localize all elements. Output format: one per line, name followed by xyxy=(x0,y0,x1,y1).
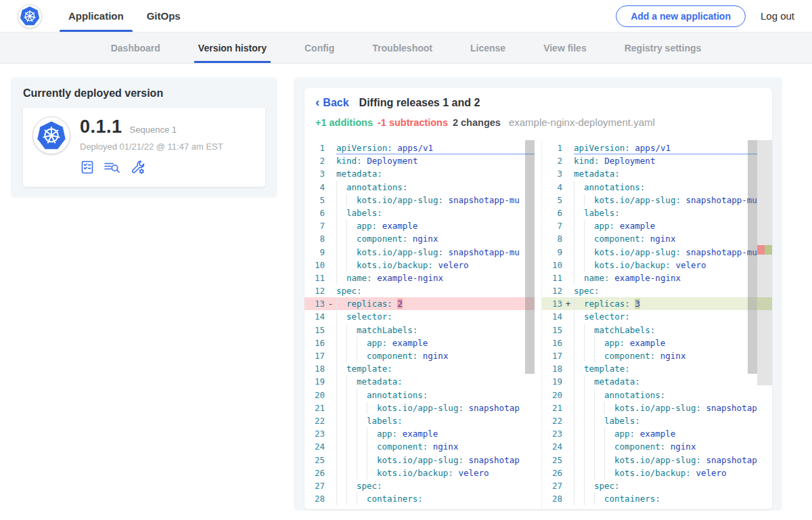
top-navbar: ApplicationGitOps Add a new application … xyxy=(0,0,812,32)
currently-deployed-card: Currently deployed version 0.1.1 xyxy=(11,77,277,198)
diff-line: 1apiVersion: apps/v1 xyxy=(304,142,535,154)
ruler-deletion-mark xyxy=(757,245,765,255)
diff-line: 26kots.io/backup: velero xyxy=(304,467,535,479)
back-button[interactable]: ‹ Back xyxy=(315,97,349,109)
logout-button[interactable]: Log out xyxy=(761,10,794,22)
diff-line: 24component: nginx xyxy=(304,440,535,453)
diff-line: 14selector: xyxy=(542,310,772,323)
diff-line: 3metadata: xyxy=(304,167,535,180)
kubernetes-icon xyxy=(20,6,40,26)
diff-line: 23app: example xyxy=(542,427,772,440)
diff-line: 7app: example xyxy=(542,219,772,232)
diff-line: 25kots.io/app-slug: snapshotap xyxy=(542,454,772,467)
diff-pane-old[interactable]: 1apiVersion: apps/v12kind: Deployment3me… xyxy=(304,140,535,509)
diff-filename: example-nginx-deployment.yaml xyxy=(509,116,655,128)
diff-line: 18template: xyxy=(304,362,535,375)
subnav-item-registry-settings[interactable]: Registry settings xyxy=(625,32,702,63)
diff-line: 22labels: xyxy=(542,414,772,427)
diff-line: 21kots.io/app-slug: snapshotap xyxy=(542,402,772,414)
diff-line: 7app: example xyxy=(304,219,535,232)
diff-line: 16app: example xyxy=(304,337,535,349)
additions-count: +1 additions xyxy=(315,117,373,128)
subnav-item-dashboard[interactable]: Dashboard xyxy=(111,32,160,63)
diff-line: 21kots.io/app-slug: snapshotap xyxy=(304,402,535,414)
diff-line: 23app: example xyxy=(304,427,535,440)
app-subnav: DashboardVersion historyConfigTroublesho… xyxy=(0,32,812,64)
diff-line: 19metadata: xyxy=(304,375,535,388)
diff-line: 13+replicas: 3 xyxy=(542,297,772,310)
diff-line: 2kind: Deployment xyxy=(542,154,772,167)
diff-line: 5kots.io/app-slug: snapshotapp-mu xyxy=(542,194,772,207)
diff-line: 4annotations: xyxy=(304,181,535,194)
sequence-label: Sequence 1 xyxy=(130,125,177,135)
diff-line: 15matchLabels: xyxy=(304,324,535,337)
diff-line: 20annotations: xyxy=(304,389,535,402)
deployed-card-title: Currently deployed version xyxy=(23,87,265,100)
deployed-timestamp: Deployed 01/21/22 @ 11:47 am EST xyxy=(80,142,223,152)
diff-card: ‹ Back Diffing releases 1 and 2 +1 addit… xyxy=(294,77,782,511)
add-application-button[interactable]: Add a new application xyxy=(616,5,746,27)
version-action-icons xyxy=(80,159,223,178)
diff-line: 14selector: xyxy=(304,310,535,323)
diff-line: 24component: nginx xyxy=(542,440,772,453)
diff-line: 2kind: Deployment xyxy=(304,154,535,167)
diff-line: 17component: nginx xyxy=(542,349,772,362)
top-tabs: ApplicationGitOps xyxy=(57,0,192,32)
scrollbar-thumb[interactable] xyxy=(748,140,757,374)
diff-line: 27spec: xyxy=(542,479,772,492)
scrollbar-thumb[interactable] xyxy=(525,140,535,374)
view-logs-icon[interactable] xyxy=(104,160,121,177)
subnav-item-version-history[interactable]: Version history xyxy=(198,32,267,63)
diff-line: 11name: example-nginx xyxy=(542,272,772,284)
diff-line: 5kots.io/app-slug: snapshotapp-mu xyxy=(304,194,535,207)
diff-overview-ruler xyxy=(757,140,772,385)
diff-title: Diffing releases 1 and 2 xyxy=(359,97,480,109)
diff-line: 18template: xyxy=(542,362,772,375)
ruler-modified-mark xyxy=(757,297,772,310)
version-number: 0.1.1 xyxy=(80,116,122,137)
diff-line: 19metadata: xyxy=(542,375,772,388)
deployed-version-row: 0.1.1 Sequence 1 Deployed 01/21/22 @ 11:… xyxy=(23,108,265,187)
diff-line: 9kots.io/app-slug: snapshotapp-mu xyxy=(304,246,535,259)
chevron-left-icon: ‹ xyxy=(315,98,319,107)
diff-line: 9kots.io/app-slug: snapshotapp-mu xyxy=(542,246,772,259)
pane-divider xyxy=(535,140,541,509)
diff-line: 8component: nginx xyxy=(542,232,772,245)
ruler-addition-mark xyxy=(765,245,772,255)
edit-config-icon[interactable] xyxy=(130,159,146,178)
subnav-item-view-files[interactable]: View files xyxy=(543,32,587,63)
diff-line: 15matchLabels: xyxy=(542,324,772,337)
subnav-item-license[interactable]: License xyxy=(470,32,505,63)
subnav-item-config[interactable]: Config xyxy=(304,32,334,63)
release-notes-icon[interactable] xyxy=(80,160,95,177)
kubernetes-logo-circle xyxy=(18,4,42,28)
diff-line: 6labels: xyxy=(542,207,772,219)
diff-line: 8component: nginx xyxy=(304,232,535,245)
kubernetes-app-icon xyxy=(37,121,66,150)
diff-line: 13-replicas: 2 xyxy=(304,297,535,310)
diff-line: 12spec: xyxy=(304,284,535,297)
diff-line: 10kots.io/backup: velero xyxy=(304,259,535,272)
diff-line: 4annotations: xyxy=(542,181,772,194)
diff-line: 1apiVersion: apps/v1 xyxy=(542,142,772,154)
diff-line: 22labels: xyxy=(304,414,535,427)
diff-panel: ‹ Back Diffing releases 1 and 2 +1 addit… xyxy=(304,88,772,509)
diff-line: 11name: example-nginx xyxy=(304,272,535,284)
subtractions-count: -1 subtractions xyxy=(378,117,448,128)
diff-line: 3metadata: xyxy=(542,167,772,180)
top-tab-application[interactable]: Application xyxy=(57,0,135,32)
app-logo[interactable] xyxy=(0,0,57,32)
diff-line: 6labels: xyxy=(304,207,535,219)
diff-line: 17component: nginx xyxy=(304,349,535,362)
diff-line: 25kots.io/app-slug: snapshotap xyxy=(304,454,535,467)
diff-line: 10kots.io/backup: velero xyxy=(542,259,772,272)
diff-pane-new[interactable]: 1apiVersion: apps/v12kind: Deployment3me… xyxy=(541,140,772,509)
subnav-item-troubleshoot[interactable]: Troubleshoot xyxy=(372,32,432,63)
top-tab-gitops[interactable]: GitOps xyxy=(135,0,192,32)
diff-line: 28containers: xyxy=(304,492,535,505)
diff-line: 16app: example xyxy=(542,337,772,349)
diff-line: 12spec: xyxy=(542,284,772,297)
changes-count: 2 changes xyxy=(453,117,501,128)
diff-line: 27spec: xyxy=(304,479,535,492)
diff-line: 28containers: xyxy=(542,492,772,505)
